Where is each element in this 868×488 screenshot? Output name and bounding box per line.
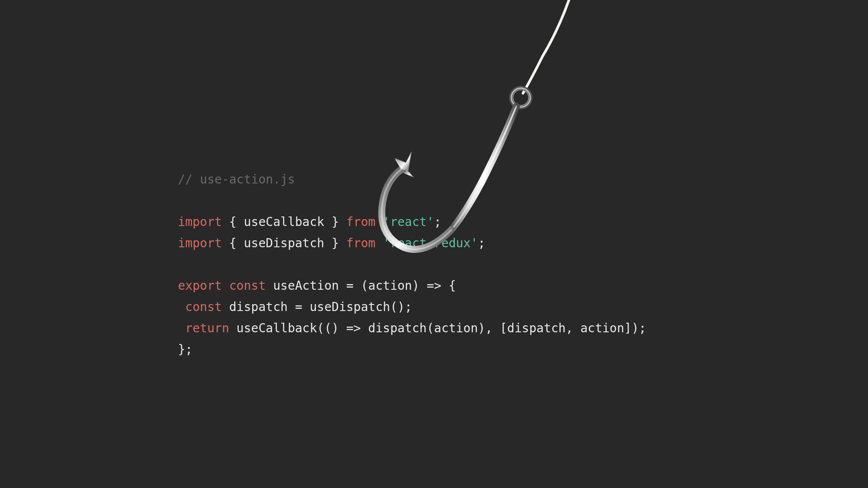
code-keyword-from: from: [346, 236, 375, 250]
code-text: [222, 278, 229, 293]
code-keyword-return: return: [185, 321, 229, 335]
code-keyword-import: import: [178, 215, 222, 229]
code-text: ;: [434, 215, 441, 229]
code-string: 'react-redux': [383, 236, 478, 250]
code-text: {: [222, 215, 244, 229]
code-block: // use-action.js import { useCallback } …: [178, 147, 646, 360]
code-text: }: [324, 236, 346, 250]
code-text: [178, 321, 185, 335]
code-text: useCallback(() => dispatch(action), [dis…: [229, 321, 646, 335]
svg-point-0: [511, 88, 530, 107]
code-identifier: useDispatch: [244, 236, 324, 250]
code-identifier: useCallback: [244, 215, 324, 229]
code-keyword-const: const: [229, 278, 266, 293]
code-text: };: [178, 342, 193, 357]
code-keyword-from: from: [346, 215, 375, 229]
code-text: }: [324, 215, 346, 229]
code-keyword-import: import: [178, 236, 222, 250]
code-text: [375, 215, 383, 229]
code-keyword-const: const: [185, 300, 222, 314]
code-comment: // use-action.js: [178, 172, 295, 187]
code-keyword-export: export: [178, 278, 222, 293]
code-text: [178, 300, 185, 314]
code-text: {: [222, 236, 244, 250]
code-string: 'react': [383, 215, 434, 229]
code-text: [375, 236, 383, 250]
svg-point-1: [511, 88, 530, 107]
code-text: dispatch = useDispatch();: [222, 300, 412, 314]
code-text: useAction = (action) => {: [266, 278, 456, 293]
code-text: ;: [478, 236, 485, 250]
